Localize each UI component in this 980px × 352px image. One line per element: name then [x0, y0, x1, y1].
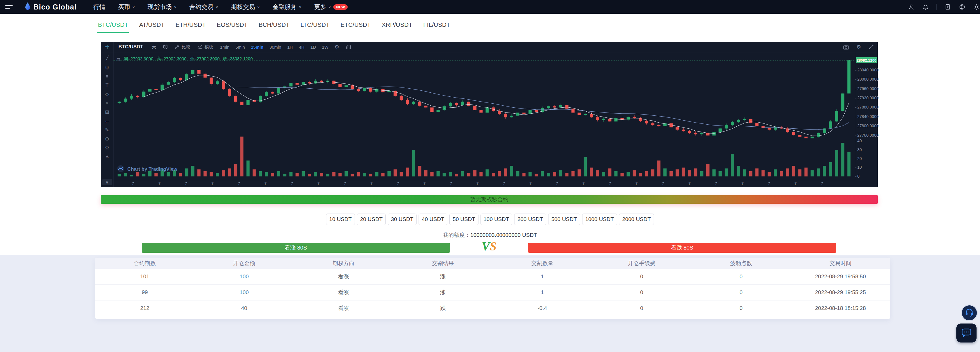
interval-4H[interactable]: 4H	[299, 44, 304, 49]
time-tick: 7	[158, 181, 161, 186]
time-axis[interactable]: 777777777777777777777777777	[113, 180, 855, 187]
menu-item-现货市场[interactable]: 现货市场∨	[148, 3, 177, 11]
fib-retracement-icon[interactable]: ≡	[103, 72, 112, 81]
indicator-settings-icon[interactable]: ⚙	[334, 44, 339, 50]
amount-button-20[interactable]: 20 USDT	[357, 214, 386, 225]
theme-sun-icon[interactable]	[973, 3, 980, 10]
new-badge: NEW	[333, 4, 348, 10]
history-cell: 0	[691, 269, 791, 284]
time-tick: 7	[662, 181, 664, 186]
manual-download-icon[interactable]	[944, 3, 951, 10]
pair-tab-xrp[interactable]: XRP/USDT	[381, 19, 413, 33]
compare-button[interactable]: 比較	[175, 44, 191, 50]
history-cell: 0	[592, 300, 691, 316]
pair-tab-ltc[interactable]: LTC/USDT	[300, 19, 330, 33]
time-tick: 7	[635, 181, 638, 186]
amount-button-1000[interactable]: 1000 USDT	[582, 214, 617, 225]
amount-button-30[interactable]: 30 USDT	[388, 214, 417, 225]
interval-day-button[interactable]: 天	[152, 44, 156, 50]
magnet-icon[interactable]: Ω	[103, 143, 112, 152]
candlestick-chart[interactable]	[113, 52, 855, 180]
time-tick: 7	[476, 181, 479, 186]
amount-button-100[interactable]: 100 USDT	[480, 214, 512, 225]
price-axis[interactable]: 28040.000028000.000027960.000027920.0000…	[855, 52, 878, 180]
time-tick: 7	[238, 181, 240, 186]
history-cell: 2022-08-18 18:15:28	[791, 300, 890, 316]
globe-icon[interactable]	[959, 3, 966, 10]
interval-1H[interactable]: 1H	[287, 44, 293, 49]
toolbar-collapse-chevron-icon[interactable]: ∨	[102, 179, 112, 186]
pattern-icon[interactable]: ◇	[103, 90, 112, 99]
menu-item-合约交易[interactable]: 合约交易∨	[189, 3, 218, 11]
table-row: 21240看涨跌-0.4002022-08-18 18:15:28	[95, 300, 890, 316]
amount-button-50[interactable]: 50 USDT	[449, 214, 478, 225]
snapshot-camera-icon[interactable]	[843, 44, 849, 49]
zoom-icon[interactable]: ⊙	[103, 135, 112, 143]
fullscreen-icon[interactable]	[869, 44, 874, 49]
call-button[interactable]: 看涨 80S	[142, 243, 450, 253]
pair-tab-fil[interactable]: FIL/USDT	[423, 19, 450, 33]
amount-button-500[interactable]: 500 USDT	[548, 214, 580, 225]
time-tick: 7	[582, 181, 584, 186]
pair-tab-at[interactable]: AT/USDT	[138, 19, 165, 33]
interval-15min[interactable]: 15min	[251, 44, 263, 49]
trend-line-icon[interactable]: ╱	[103, 54, 112, 63]
chart-settings-gear-icon[interactable]: ⚙	[856, 44, 861, 50]
menu-item-更多[interactable]: 更多∨NEW	[314, 3, 348, 11]
menu-item-期权交易[interactable]: 期权交易∨	[231, 3, 260, 11]
time-tick: 7	[609, 181, 611, 186]
pitchfork-icon[interactable]: ψ	[103, 63, 112, 72]
pair-tab-eos[interactable]: EOS/USDT	[216, 19, 248, 33]
menu-item-行情[interactable]: 行情	[93, 3, 105, 11]
crosshair-icon[interactable]: ✛	[105, 44, 109, 50]
amount-button-40[interactable]: 40 USDT	[418, 214, 447, 225]
ohlc-legend-item-1: 高=27902.3000	[157, 56, 186, 62]
text-tool-icon[interactable]: T	[103, 81, 112, 90]
menu-item-金融服务[interactable]: 金融服务∨	[272, 3, 302, 11]
measure-icon[interactable]: ∗	[103, 152, 112, 161]
bell-icon[interactable]	[922, 3, 929, 10]
time-tick: 7	[689, 181, 690, 186]
time-tick: 7	[132, 181, 134, 186]
vs-label: VS	[476, 239, 503, 253]
amount-button-2000[interactable]: 2000 USDT	[619, 214, 654, 225]
menu-toggle-icon[interactable]	[5, 4, 14, 10]
quota-value: 10000003.00000000 USDT	[471, 232, 537, 238]
interval-5min[interactable]: 5min	[235, 44, 245, 49]
pair-tab-btc[interactable]: BTC/USDT	[97, 19, 129, 33]
put-button[interactable]: 看跌 80S	[528, 243, 836, 253]
pair-tab-bch[interactable]: BCH/USDT	[258, 19, 290, 33]
interval-1D[interactable]: 1D	[310, 44, 316, 49]
interval-30min[interactable]: 30min	[269, 44, 281, 49]
prediction-icon[interactable]: ⌖	[103, 99, 112, 108]
time-tick: 7	[715, 181, 717, 186]
page: Bico Global 行情买币∨现货市场∨合约交易∨期权交易∨金融服务∨更多∨…	[0, 0, 980, 352]
interval-1min[interactable]: 1min	[220, 44, 229, 49]
brush-icon[interactable]: ✎	[103, 125, 112, 135]
time-tick: 7	[423, 181, 425, 186]
user-icon[interactable]	[908, 3, 915, 10]
menu-item-买币[interactable]: 买币∨	[118, 3, 135, 11]
time-tick: 7	[344, 181, 346, 186]
pair-tab-eth[interactable]: ETH/USDT	[175, 19, 206, 33]
shapes-icon[interactable]: ⊞	[103, 108, 112, 117]
chat-button[interactable]	[956, 323, 977, 342]
time-tick: 7	[794, 181, 797, 186]
arrow-back-icon[interactable]: ←	[103, 117, 112, 125]
tradingview-attribution[interactable]: Chart by TradingView	[117, 165, 177, 174]
tradingview-logo-icon	[117, 165, 124, 174]
indicators-icon[interactable]	[346, 45, 351, 49]
customer-support-button[interactable]	[961, 304, 978, 321]
candle-style-icon[interactable]	[163, 44, 168, 49]
chart-plot-area[interactable]: ▤ 開=27902.3000高=27902.3000低=27902.3000收=…	[113, 52, 855, 180]
interval-1W[interactable]: 1W	[322, 44, 329, 49]
legend-series-icon: ▤	[116, 57, 120, 61]
pane-separator	[855, 133, 878, 133]
pair-tab-etc[interactable]: ETC/USDT	[340, 19, 371, 33]
time-tick: 7	[503, 181, 505, 186]
amount-button-10[interactable]: 10 USDT	[326, 214, 355, 225]
amount-button-200[interactable]: 200 USDT	[514, 214, 546, 225]
countdown-banner: 暂无期权秒合约	[101, 195, 878, 204]
template-button[interactable]: 模板	[197, 44, 213, 50]
brand-logo[interactable]: Bico Global	[24, 2, 76, 12]
